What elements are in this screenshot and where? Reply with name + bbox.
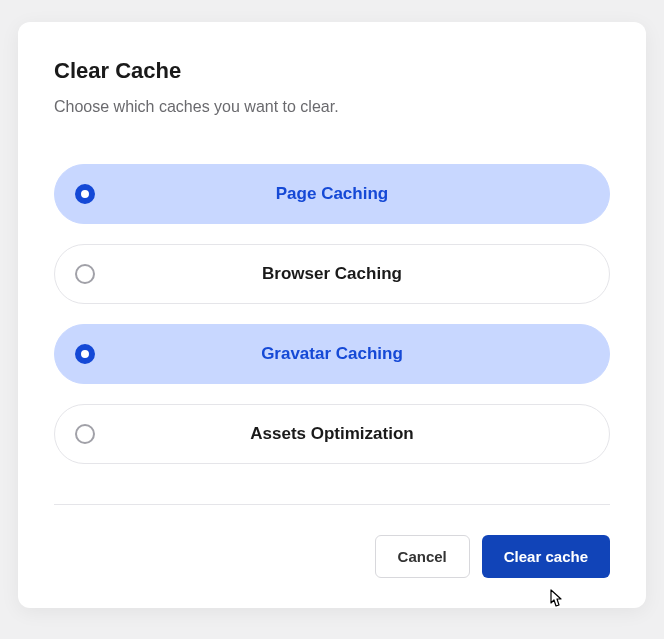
clear-cache-modal: Clear Cache Choose which caches you want… bbox=[18, 22, 646, 608]
modal-actions: Cancel Clear cache bbox=[54, 535, 610, 578]
radio-icon bbox=[75, 184, 95, 204]
cancel-button[interactable]: Cancel bbox=[375, 535, 470, 578]
option-browser-caching[interactable]: Browser Caching bbox=[54, 244, 610, 304]
cache-options-list: Page Caching Browser Caching Gravatar Ca… bbox=[54, 164, 610, 464]
radio-icon bbox=[75, 424, 95, 444]
radio-icon bbox=[75, 264, 95, 284]
option-label: Assets Optimization bbox=[111, 424, 553, 444]
modal-subtitle: Choose which caches you want to clear. bbox=[54, 98, 610, 116]
option-label: Gravatar Caching bbox=[111, 344, 553, 364]
modal-title: Clear Cache bbox=[54, 58, 610, 84]
option-label: Page Caching bbox=[111, 184, 553, 204]
option-page-caching[interactable]: Page Caching bbox=[54, 164, 610, 224]
divider bbox=[54, 504, 610, 505]
option-label: Browser Caching bbox=[111, 264, 553, 284]
radio-icon bbox=[75, 344, 95, 364]
option-gravatar-caching[interactable]: Gravatar Caching bbox=[54, 324, 610, 384]
clear-cache-button[interactable]: Clear cache bbox=[482, 535, 610, 578]
option-assets-optimization[interactable]: Assets Optimization bbox=[54, 404, 610, 464]
